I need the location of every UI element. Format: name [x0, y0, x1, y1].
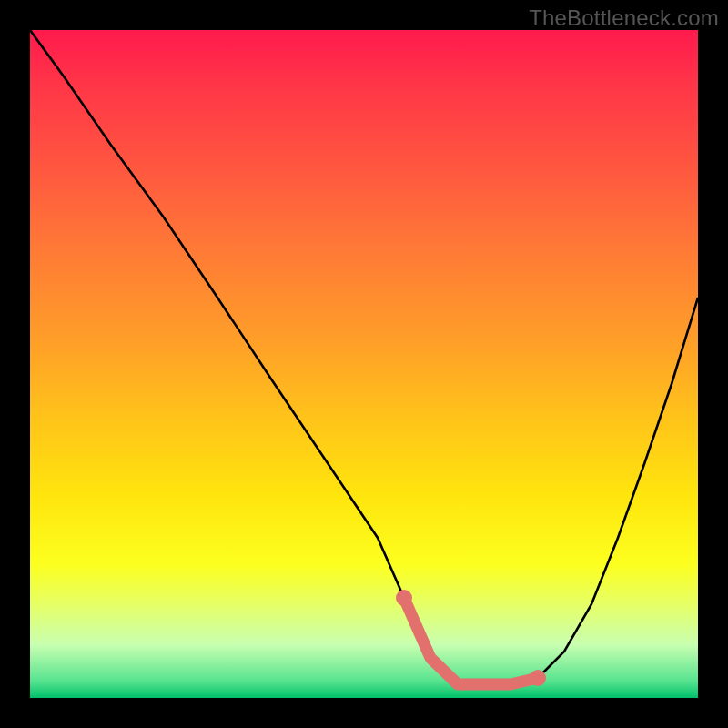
band-start-dot: [396, 590, 412, 606]
optimal-band: [404, 598, 538, 684]
chart-frame: TheBottleneck.com: [0, 0, 728, 728]
band-end-dot: [530, 670, 546, 686]
plot-area: [30, 30, 698, 698]
watermark-text: TheBottleneck.com: [529, 5, 719, 31]
curve-path: [30, 30, 698, 684]
bottleneck-curve: [30, 30, 698, 698]
